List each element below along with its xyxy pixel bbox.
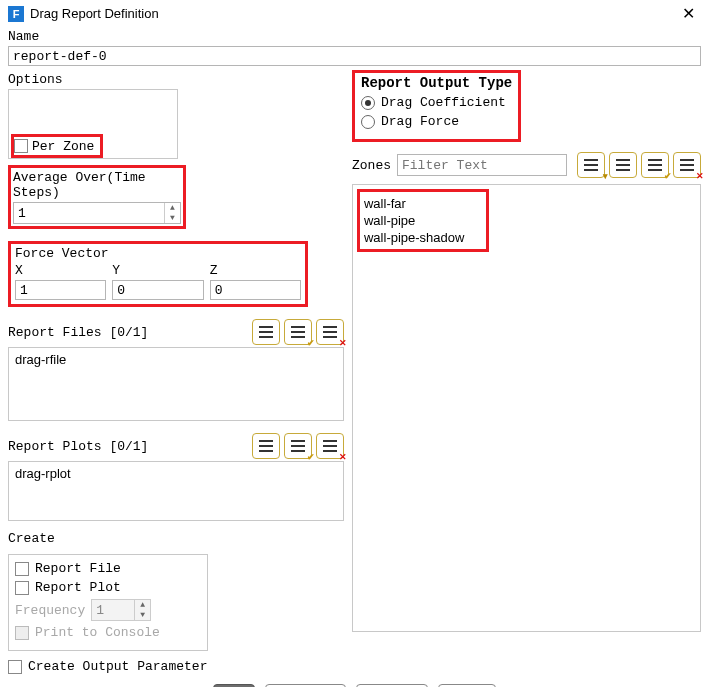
zones-list-button[interactable]	[609, 152, 637, 178]
report-plots-listbox[interactable]: drag-rplot	[8, 461, 344, 521]
force-z-label: Z	[210, 263, 301, 278]
zones-listbox[interactable]: wall-far wall-pipe wall-pipe-shadow	[352, 184, 701, 632]
drag-force-radio[interactable]	[361, 115, 375, 129]
spinner-up-icon[interactable]: ▲	[165, 203, 180, 213]
list-item[interactable]: wall-far	[364, 196, 464, 211]
list-icon	[584, 159, 598, 171]
list-item[interactable]: wall-pipe	[364, 213, 464, 228]
close-icon[interactable]: ✕	[676, 4, 701, 23]
check-icon: ✔	[307, 452, 315, 462]
dialog-window: F Drag Report Definition ✕ Name Options …	[0, 0, 709, 687]
force-y-label: Y	[112, 263, 203, 278]
list-icon	[616, 159, 630, 171]
dialog-footer: OK Compute Cancel Help	[8, 674, 701, 687]
print-console-label: Print to Console	[35, 625, 160, 640]
frequency-label: Frequency	[15, 603, 85, 618]
print-console-checkbox	[15, 626, 29, 640]
check-icon: ✔	[307, 338, 315, 348]
zones-label: Zones	[352, 158, 391, 173]
options-label: Options	[8, 72, 344, 87]
list-item[interactable]: drag-rfile	[15, 352, 337, 367]
average-over-spinner[interactable]: ▲ ▼	[13, 202, 181, 224]
check-icon: ✔	[664, 171, 672, 181]
report-output-type-group: Report Output Type Drag Coefficient Drag…	[352, 70, 521, 142]
report-files-label: Report Files [0/1]	[8, 325, 248, 340]
per-zone-checkbox[interactable]	[14, 139, 28, 153]
list-icon	[291, 440, 305, 452]
dropdown-icon: ▾	[603, 171, 608, 181]
list-icon	[680, 159, 694, 171]
create-report-plot-checkbox[interactable]	[15, 581, 29, 595]
frequency-input	[92, 600, 134, 620]
force-vector-label: Force Vector	[15, 246, 301, 261]
report-plots-label: Report Plots [0/1]	[8, 439, 248, 454]
name-input[interactable]	[8, 46, 701, 66]
report-files-clear-button[interactable]: ✕	[316, 319, 344, 345]
right-column: Report Output Type Drag Coefficient Drag…	[344, 70, 701, 674]
zones-sort-button[interactable]: ▾	[577, 152, 605, 178]
create-output-param-label: Create Output Parameter	[28, 659, 207, 674]
report-output-type-label: Report Output Type	[361, 75, 512, 91]
drag-coefficient-label: Drag Coefficient	[381, 95, 506, 110]
x-icon: ✕	[339, 338, 347, 348]
spinner-up-icon: ▲	[135, 600, 150, 610]
average-over-label: Average Over(Time Steps)	[13, 170, 181, 200]
report-plots-clear-button[interactable]: ✕	[316, 433, 344, 459]
list-icon	[259, 440, 273, 452]
spinner-down-icon: ▼	[135, 610, 150, 620]
create-output-param-checkbox[interactable]	[8, 660, 22, 674]
list-item[interactable]: wall-pipe-shadow	[364, 230, 464, 245]
zones-highlight: wall-far wall-pipe wall-pipe-shadow	[357, 189, 489, 252]
force-y-input[interactable]	[112, 280, 203, 300]
name-label: Name	[8, 29, 701, 44]
create-label: Create	[8, 531, 344, 546]
force-x-label: X	[15, 263, 106, 278]
average-over-group: Average Over(Time Steps) ▲ ▼	[8, 165, 186, 229]
force-z-input[interactable]	[210, 280, 301, 300]
report-files-listbox[interactable]: drag-rfile	[8, 347, 344, 421]
force-vector-group: Force Vector X Y Z	[8, 241, 308, 307]
x-icon: ✕	[339, 452, 347, 462]
spinner-down-icon[interactable]: ▼	[165, 213, 180, 223]
window-title: Drag Report Definition	[30, 6, 676, 21]
report-plots-select-button[interactable]: ✔	[284, 433, 312, 459]
titlebar: F Drag Report Definition ✕	[0, 0, 709, 27]
app-icon: F	[8, 6, 24, 22]
zones-select-button[interactable]: ✔	[641, 152, 669, 178]
list-item[interactable]: drag-rplot	[15, 466, 337, 481]
report-files-select-button[interactable]: ✔	[284, 319, 312, 345]
per-zone-label: Per Zone	[32, 139, 94, 154]
create-box: Report File Report Plot Frequency ▲ ▼	[8, 554, 208, 651]
zones-clear-button[interactable]: ✕	[673, 152, 701, 178]
average-over-input[interactable]	[14, 203, 164, 223]
force-x-input[interactable]	[15, 280, 106, 300]
left-column: Options Per Zone Average Over(Time Steps…	[8, 70, 344, 674]
zones-filter-input[interactable]	[397, 154, 567, 176]
create-report-plot-label: Report Plot	[35, 580, 121, 595]
x-icon: ✕	[696, 171, 704, 181]
drag-coefficient-radio[interactable]	[361, 96, 375, 110]
frequency-spinner: ▲ ▼	[91, 599, 151, 621]
list-icon	[323, 326, 337, 338]
drag-force-label: Drag Force	[381, 114, 459, 129]
options-box: Per Zone	[8, 89, 178, 159]
list-icon	[323, 440, 337, 452]
create-report-file-label: Report File	[35, 561, 121, 576]
list-icon	[291, 326, 305, 338]
report-plots-list-button[interactable]	[252, 433, 280, 459]
create-report-file-checkbox[interactable]	[15, 562, 29, 576]
list-icon	[648, 159, 662, 171]
per-zone-highlight: Per Zone	[11, 134, 103, 158]
list-icon	[259, 326, 273, 338]
report-files-list-button[interactable]	[252, 319, 280, 345]
